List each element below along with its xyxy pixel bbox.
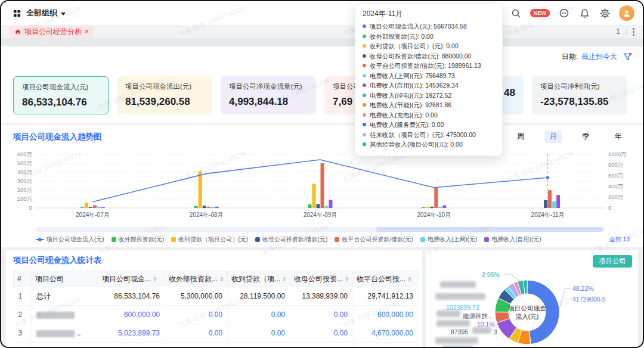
tooltip-item: 收母公司投资款/借款(元): 880000.00: [363, 51, 495, 61]
svg-text:2024年-11月: 2024年-11月: [531, 212, 565, 218]
legend-item[interactable]: 项目公司现金流入(元): [36, 235, 104, 244]
donut-card: 项目公司 项目公司现金 流入(元) 2.95%48.22%41729006.51…: [426, 250, 638, 347]
bar: [101, 207, 105, 209]
legend-item[interactable]: 电费收入(自用)(元): [484, 235, 541, 244]
kpi-card[interactable]: 项目公司现金流入(元)86,533,104.76: [13, 76, 109, 114]
series-dot: [363, 35, 366, 38]
trend-chart-card: 项目公司现金流入趋势图 日周月季年 600万500万400万300万200万10…: [1, 124, 643, 247]
table-row[interactable]: 2600,000.000.000.000.00600,000.00: [14, 306, 419, 324]
series-dot: [363, 133, 366, 136]
legend-item[interactable]: 收平台公司投资款/借款(元): [335, 235, 413, 244]
redacted-text: [440, 281, 476, 288]
sort-icon[interactable]: [153, 276, 157, 282]
org-selector-label: 全部组织: [26, 8, 57, 18]
series-dot: [363, 24, 366, 28]
series-dot: [363, 123, 366, 126]
divider: [626, 28, 627, 35]
legend-item[interactable]: 收到贷款（项目公司）(元): [171, 235, 248, 244]
bar: [438, 207, 442, 208]
bar: [85, 203, 88, 208]
svg-text:300万: 300万: [17, 178, 33, 184]
sort-icon[interactable]: [345, 276, 349, 282]
bar: [426, 207, 429, 208]
kpi-card[interactable]: 项目公司净利润(元)-23,578,135.85: [532, 76, 627, 114]
column-header[interactable]: 收母公司投资...: [290, 271, 353, 287]
redacted-text: [472, 327, 491, 334]
search-icon[interactable]: [510, 7, 522, 19]
gear-icon[interactable]: [599, 7, 611, 19]
summary-panel: 日期: 截止到今天 项目公司现金流入(元)86,533,104.76项目公司现金…: [1, 46, 643, 123]
svg-text:800万: 800万: [608, 161, 624, 168]
tooltip-item: 电费收入(节能)(元): 92681.86: [363, 100, 495, 110]
legend-item[interactable]: 电费收入(上网)(元): [420, 235, 477, 244]
column-header[interactable]: 收平台公司投...: [353, 271, 419, 287]
tooltip-item: 收到贷款（项目公司）(元): 0.00: [363, 41, 495, 51]
trend-line: [92, 160, 547, 202]
legend-show-all[interactable]: 全部 13: [609, 235, 630, 244]
table-row[interactable]: 3..5,023,899.730.000.000.004,670,000.00: [14, 324, 419, 343]
kpi-card[interactable]: 项目公司净现金流量(元)4,993,844.18: [221, 76, 316, 114]
column-header[interactable]: 收外部投资款...: [165, 271, 228, 287]
kpi-value: 4,993,844.18: [229, 96, 308, 108]
series-dot: [363, 83, 366, 87]
period-tab[interactable]: 年: [609, 130, 628, 143]
column-header[interactable]: 项目公司现金...: [98, 271, 165, 287]
period-tab[interactable]: 周: [512, 130, 530, 143]
project-company-button[interactable]: 项目公司: [593, 255, 632, 268]
donut-label: 48.22%: [572, 285, 594, 292]
table-row[interactable]: 4200,000.000.000.000.00200,000.00: [14, 343, 419, 347]
legend-item[interactable]: 收外部投资款(元): [112, 235, 165, 244]
close-icon[interactable]: ×: [85, 28, 89, 35]
svg-text:600万: 600万: [17, 151, 33, 157]
tooltip-item: 其他经营收入(项目公司)(元): 0.00: [363, 139, 495, 150]
chart-scrollbar[interactable]: [36, 227, 603, 232]
square-marker: [171, 237, 176, 242]
page-content: 日期: 截止到今天 项目公司现金流入(元)86,533,104.76项目公司现金…: [1, 46, 643, 347]
filter-funnel-icon[interactable]: [623, 52, 632, 61]
tooltip-item: 电费收入(充电)(元): 0.00: [363, 110, 495, 120]
donut-label: 能源科技...: [463, 312, 493, 321]
redacted-text: [435, 293, 485, 300]
top-navbar: 全部组织 档案中心 NEW: [1, 1, 643, 25]
sort-icon[interactable]: [408, 276, 411, 282]
bar: [89, 207, 92, 208]
square-marker: [255, 237, 260, 242]
svg-text:1000万: 1000万: [608, 151, 627, 157]
bar: [544, 200, 547, 208]
bell-icon[interactable]: [578, 7, 590, 19]
svg-text:600万: 600万: [608, 172, 624, 179]
avatar[interactable]: [619, 5, 634, 21]
sort-icon[interactable]: [220, 276, 224, 282]
column-header[interactable]: 收到贷款（项...: [228, 271, 290, 287]
messages-icon[interactable]: [558, 7, 570, 19]
svg-text:0: 0: [29, 204, 32, 211]
redacted-text: [442, 346, 473, 347]
date-value[interactable]: 截止到今天: [581, 52, 617, 62]
new-badge[interactable]: NEW: [530, 9, 550, 17]
chart-scrollbar-thumb[interactable]: [376, 227, 603, 232]
app-window: 全部组织 档案中心 NEW: [0, 0, 644, 348]
period-tab[interactable]: 季: [577, 130, 595, 143]
org-selector[interactable]: 全部组织: [11, 7, 66, 19]
bar: [317, 204, 320, 208]
tab-project-analysis[interactable]: 项目公司经营分析 ×: [10, 26, 94, 38]
stats-table-card: 项目公司现金流入统计表 #项目公司项目公司现金...收外部投资款...收到贷款（…: [6, 250, 422, 347]
kpi-value: 81,539,260.58: [125, 96, 204, 108]
home-icon: [14, 28, 21, 35]
tooltip-item: 电费收入(自用)(元): 1453629.34: [363, 80, 495, 91]
bar: [308, 204, 312, 208]
square-marker: [484, 237, 489, 242]
redacted-text: [436, 310, 460, 317]
chart-tooltip: 2024年-11月 项目公司现金流入(元): 5667034.58收外部投资款(…: [355, 4, 503, 156]
period-tab[interactable]: 月: [544, 130, 563, 143]
hover-point: [546, 176, 550, 180]
sort-icon[interactable]: [283, 276, 286, 282]
trend-chart[interactable]: 600万500万400万300万200万100万01000万800万600万40…: [6, 146, 636, 233]
more-icon[interactable]: [633, 28, 634, 36]
table-row[interactable]: 1总计86,533,104.765,300,000.0028,119,500.0…: [14, 287, 419, 306]
legend-item[interactable]: 收母公司投资款/借款(元): [255, 235, 327, 244]
kpi-card[interactable]: 项目公司现金流出(元)81,539,260.58: [117, 76, 212, 114]
tooltip-item: 电费收入(服务费)(元): 0.00: [363, 120, 495, 130]
bar: [422, 207, 425, 209]
redacted-text: [36, 330, 75, 337]
